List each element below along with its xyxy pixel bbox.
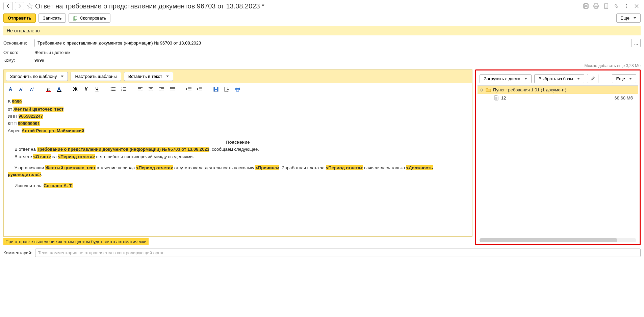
svg-rect-0	[584, 4, 588, 8]
highlight-removal-notice: При отправке выделение желтым цветом буд…	[3, 238, 149, 245]
print-editor-icon[interactable]	[233, 85, 242, 93]
from-label: От кого:	[3, 50, 32, 55]
from-value: Желтый цветочек	[34, 50, 70, 55]
outdent-icon[interactable]	[184, 85, 194, 93]
basis-lookup-button[interactable]: ...	[632, 39, 641, 47]
print-icon-button[interactable]	[592, 2, 600, 10]
save-button[interactable]: Записать	[38, 13, 66, 23]
preview-icon[interactable]	[222, 85, 231, 93]
tree-file-size: 68,68 Мб	[615, 95, 636, 100]
basis-input[interactable]	[34, 39, 632, 47]
underline-icon[interactable]: Ч	[92, 85, 102, 93]
editor-heading: Пояснение	[8, 139, 468, 146]
svg-rect-23	[236, 87, 239, 88]
font-decrease-icon[interactable]: A↑	[17, 85, 26, 93]
status-bar: Не отправлено	[3, 26, 641, 35]
bold-icon[interactable]: Ж	[71, 85, 80, 93]
editor-template-toolbar: Заполнить по шаблону Настроить шаблоны В…	[3, 69, 472, 83]
select-from-base-button[interactable]: Выбрать из базы	[534, 74, 584, 83]
svg-point-12	[111, 87, 112, 88]
load-from-disk-button[interactable]: Загрузить с диска	[480, 74, 532, 83]
align-right-icon[interactable]	[157, 85, 166, 93]
svg-point-14	[111, 90, 112, 91]
svg-text:3: 3	[121, 90, 122, 91]
font-increase-icon[interactable]: A	[6, 85, 15, 93]
align-left-icon[interactable]	[135, 85, 145, 93]
attachments-scrollbar[interactable]	[480, 238, 636, 242]
basis-label: Основание:	[3, 40, 32, 46]
fill-template-button[interactable]: Заполнить по шаблону	[6, 72, 68, 81]
highlight-color-icon[interactable]: a	[44, 85, 53, 93]
link-icon-button[interactable]	[612, 2, 620, 10]
page-title: Ответ на требование о представлении доку…	[35, 2, 580, 10]
tree-file-name: 12	[501, 95, 613, 100]
svg-point-13	[111, 89, 112, 90]
comment-label: Комментарий:	[3, 250, 32, 255]
svg-point-7	[626, 4, 627, 5]
comment-input[interactable]	[35, 249, 641, 257]
to-value: 9999	[34, 58, 44, 63]
svg-rect-3	[594, 4, 598, 5]
send-button[interactable]: Отправить	[3, 13, 36, 23]
more-actions-button[interactable]: Еще	[616, 13, 641, 23]
tree-folder-row[interactable]: ⊖ Пункт требования 1.01 (1 документ)	[478, 86, 638, 94]
nav-back-button[interactable]	[3, 2, 13, 10]
svg-rect-11	[74, 16, 77, 20]
svg-rect-1	[585, 4, 587, 5]
to-label: Кому:	[3, 58, 32, 63]
editor-format-toolbar: A A↑ A↓ a A Ж К Ч 123	[3, 83, 472, 95]
edit-attachment-button[interactable]	[587, 74, 598, 83]
attachments-panel: Загрузить с диска Выбрать из базы Еще ⊖ …	[475, 69, 641, 245]
save-icon-button[interactable]	[582, 2, 590, 10]
copy-button[interactable]: Скопировать	[69, 13, 110, 23]
folder-icon	[486, 87, 491, 92]
svg-rect-5	[595, 6, 597, 8]
svg-point-9	[626, 7, 627, 8]
font-size-icon[interactable]: A↓	[27, 85, 37, 93]
save-editor-icon[interactable]	[211, 85, 221, 93]
file-icon	[494, 95, 499, 100]
editor-body[interactable]: В 9999 от Желтый цветочек_тест ИНН 96658…	[3, 95, 472, 237]
document-icon-button[interactable]	[602, 2, 610, 10]
copy-icon	[73, 16, 78, 21]
copy-label: Скопировать	[80, 16, 106, 21]
nav-forward-button[interactable]	[15, 2, 24, 10]
attachments-more-button[interactable]: Еще	[612, 74, 636, 83]
pencil-icon	[590, 76, 595, 81]
svg-rect-25	[236, 89, 239, 91]
font-color-icon[interactable]: A	[54, 85, 64, 93]
align-center-icon[interactable]	[146, 85, 156, 93]
svg-rect-4	[594, 5, 598, 7]
attachments-tree: ⊖ Пункт требования 1.01 (1 документ) 12 …	[478, 85, 638, 237]
configure-templates-button[interactable]: Настроить шаблоны	[71, 72, 121, 81]
tree-folder-label: Пункт требования 1.01 (1 документ)	[493, 87, 636, 92]
bullet-list-icon[interactable]	[108, 85, 118, 93]
svg-rect-21	[225, 87, 228, 91]
close-icon-button[interactable]	[633, 2, 641, 10]
arrow-left-icon	[6, 4, 10, 8]
indent-icon[interactable]	[195, 85, 204, 93]
favorite-star-icon[interactable]	[26, 3, 33, 9]
more-menu-icon[interactable]	[622, 2, 630, 10]
svg-rect-20	[215, 90, 217, 91]
svg-point-8	[626, 6, 627, 7]
tree-file-row[interactable]: 12 68,68 Мб	[478, 94, 638, 102]
arrow-right-icon	[18, 4, 22, 8]
align-justify-icon[interactable]	[168, 85, 177, 93]
italic-icon[interactable]: К	[81, 85, 91, 93]
svg-rect-19	[215, 87, 217, 89]
tree-collapse-icon[interactable]: ⊖	[480, 87, 484, 92]
attachment-size-hint: Можно добавить еще 3,28 Мб	[3, 63, 641, 68]
numbered-list-icon[interactable]: 123	[119, 85, 129, 93]
svg-rect-2	[585, 6, 587, 8]
insert-text-button[interactable]: Вставить в текст	[124, 72, 174, 81]
